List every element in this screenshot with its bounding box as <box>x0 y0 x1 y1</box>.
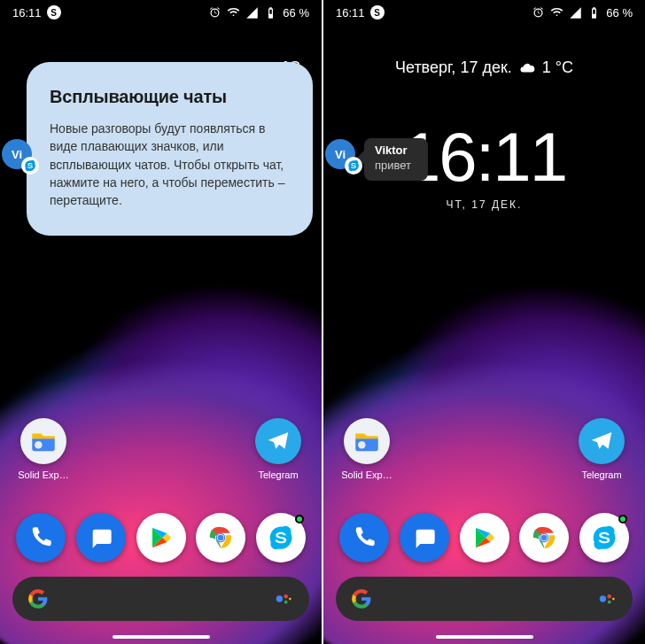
app-label: Solid Exp… <box>18 469 68 480</box>
telegram-icon <box>255 418 301 464</box>
tooltip-body: Новые разговоры будут появляться в виде … <box>50 120 290 209</box>
dock <box>323 513 645 563</box>
notification-dot-icon <box>295 515 304 524</box>
solid-explorer-icon <box>20 418 66 464</box>
google-g-icon <box>350 587 373 610</box>
dock-skype[interactable] <box>579 513 629 563</box>
svg-point-7 <box>284 601 288 604</box>
svg-point-13 <box>541 535 548 541</box>
search-bar[interactable] <box>336 577 633 621</box>
alarm-icon <box>208 6 221 19</box>
chat-bubble-preview[interactable]: Viktor привет <box>364 138 428 181</box>
at-a-glance[interactable]: Четверг, 17 дек. 1 °C <box>323 58 645 77</box>
preview-message: привет <box>375 159 411 172</box>
status-app-badge: S <box>47 5 61 19</box>
dock-play-store[interactable] <box>460 513 509 563</box>
alarm-icon <box>532 6 545 19</box>
battery-icon <box>264 6 277 19</box>
phone-screenshot-left: 16:11 S 66 % °C Всплывающие чаты Новые р… <box>0 0 322 644</box>
dock-chrome[interactable] <box>519 513 569 563</box>
svg-point-16 <box>608 601 611 604</box>
assistant-icon[interactable] <box>597 589 617 609</box>
phone-screenshot-right: 16:11 S 66 % Четверг, 17 дек. 1 °C 16:11… <box>323 0 645 644</box>
status-battery-text: 66 % <box>283 6 309 19</box>
notification-dot-icon <box>618 515 627 524</box>
home-apps-row: Solid Exp… Telegram <box>0 418 322 480</box>
app-solid-explorer[interactable]: Solid Exp… <box>339 418 394 480</box>
svg-point-5 <box>276 595 283 601</box>
svg-point-17 <box>612 598 615 601</box>
wifi-icon <box>550 6 563 19</box>
status-app-badge: S <box>370 5 385 19</box>
svg-point-0 <box>35 441 43 449</box>
status-time: 16:11 <box>12 6 42 19</box>
google-g-icon <box>27 587 50 610</box>
app-label: Telegram <box>258 469 298 480</box>
svg-point-4 <box>218 535 224 541</box>
bubble-app-badge-skype-icon <box>345 157 362 175</box>
dock-phone[interactable] <box>339 513 389 563</box>
dock-messages[interactable] <box>76 513 126 563</box>
dock <box>0 513 322 563</box>
chat-bubble[interactable]: Vi <box>325 137 362 175</box>
glance-date: Четверг, 17 дек. <box>395 58 512 77</box>
assistant-icon[interactable] <box>274 589 293 609</box>
clock-date: ЧТ, 17 ДЕК. <box>323 198 645 211</box>
app-telegram[interactable]: Telegram <box>574 418 629 480</box>
tooltip-title: Всплывающие чаты <box>50 87 290 107</box>
status-bar: 16:11 S 66 % <box>0 0 322 25</box>
status-bar: 16:11 S 66 % <box>323 0 645 25</box>
signal-icon <box>245 6 259 19</box>
bubbles-onboarding-tooltip[interactable]: Всплывающие чаты Новые разговоры будут п… <box>27 62 313 236</box>
status-time: 16:11 <box>336 6 365 19</box>
battery-icon <box>587 6 601 19</box>
search-bar[interactable] <box>12 577 309 621</box>
svg-point-8 <box>289 598 291 601</box>
telegram-icon <box>579 418 625 464</box>
svg-point-15 <box>607 594 611 599</box>
preview-sender: Viktor <box>375 144 417 159</box>
svg-point-14 <box>600 595 606 601</box>
svg-point-6 <box>284 594 288 599</box>
wifi-icon <box>227 6 240 19</box>
solid-explorer-icon <box>344 418 390 464</box>
dock-play-store[interactable] <box>136 513 186 563</box>
app-solid-explorer[interactable]: Solid Exp… <box>16 418 71 480</box>
gesture-nav-bar[interactable] <box>436 635 533 639</box>
weather-cloud-icon <box>519 58 535 77</box>
home-apps-row: Solid Exp… Telegram <box>323 418 645 480</box>
svg-point-9 <box>358 441 366 449</box>
dock-skype[interactable] <box>256 513 306 563</box>
bubble-app-badge-skype-icon <box>21 157 39 175</box>
dock-chrome[interactable] <box>196 513 245 563</box>
glance-temp: 1 °C <box>542 58 573 77</box>
gesture-nav-bar[interactable] <box>113 635 210 639</box>
app-label: Telegram <box>581 469 621 480</box>
app-label: Solid Exp… <box>341 469 392 480</box>
chat-bubble[interactable]: Vi <box>2 137 39 175</box>
signal-icon <box>569 6 582 19</box>
dock-phone[interactable] <box>16 513 66 563</box>
dock-messages[interactable] <box>400 513 449 563</box>
app-telegram[interactable]: Telegram <box>251 418 306 480</box>
status-battery-text: 66 % <box>606 6 633 19</box>
